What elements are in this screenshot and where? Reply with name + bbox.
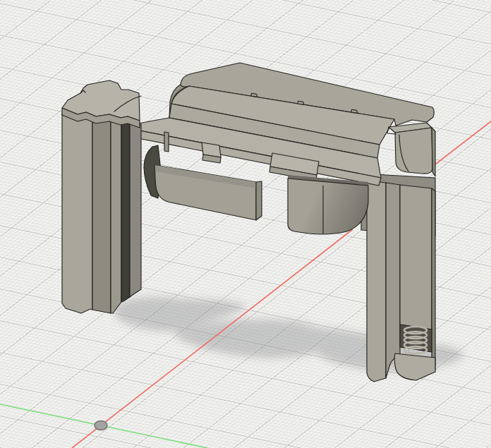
- left-leg-face-4: [121, 122, 130, 302]
- left-tab-side-face: [256, 181, 262, 220]
- right-leg-panel-face: [400, 185, 432, 329]
- cad-viewport[interactable]: [0, 0, 491, 448]
- latch-foot-block: [394, 353, 435, 380]
- rail-nub-3: [351, 109, 358, 113]
- right-block-curved-face: [288, 178, 368, 234]
- left-leg-face-5: [130, 123, 141, 297]
- clip-cap-side-face: [432, 128, 435, 176]
- shelf-left-step-face: [164, 132, 169, 152]
- rail-nub-2: [298, 101, 304, 104]
- left-leg-face-3: [111, 121, 121, 313]
- right-leg-side-sliver: [432, 188, 435, 370]
- left-leg-face-1: [62, 114, 92, 313]
- viewport-canvas[interactable]: [0, 0, 491, 448]
- left-leg-face-2: [92, 118, 111, 313]
- shadow-foot-patch: [435, 344, 464, 363]
- x-axis-line-far: [435, 121, 491, 164]
- origin-point: [95, 421, 107, 430]
- model-left-leg[interactable]: [62, 114, 141, 313]
- right-leg-mid-face: [386, 183, 400, 378]
- rail-nub-1: [251, 93, 257, 97]
- right-leg-front-face: [367, 181, 386, 382]
